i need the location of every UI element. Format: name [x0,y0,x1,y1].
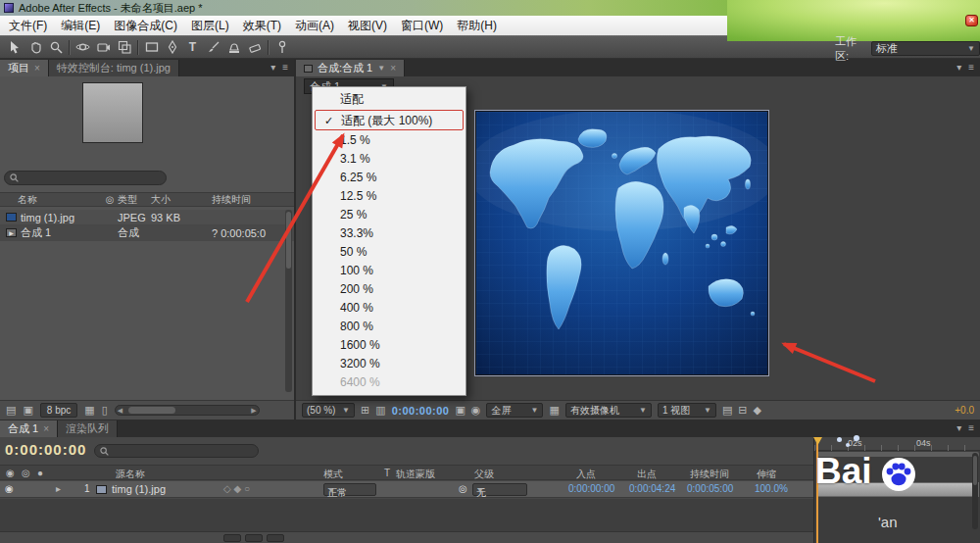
show-channel-icon[interactable]: ◉ [471,405,481,416]
tab-composition[interactable]: 合成:合成 1 ▼ × [296,60,405,76]
column-label-icon[interactable]: ◎ [102,194,118,205]
pixel-aspect-icon[interactable]: ⊟ [738,405,747,416]
layer-duration-bar[interactable] [816,482,979,497]
eye-icon[interactable]: ◉ [5,483,14,494]
brush-tool[interactable] [203,38,223,57]
close-icon[interactable]: × [390,63,396,74]
interpret-footage-icon[interactable]: ▤ [6,405,16,416]
toggle-switches-button[interactable] [223,534,241,542]
layer-label-chip[interactable] [96,485,107,494]
workspace-dropdown[interactable]: 标准 ▼ [871,41,980,56]
trash-icon[interactable]: ▯ [102,405,108,416]
column-type[interactable]: 类型 [118,193,151,207]
zoom-option[interactable]: 200 % [313,280,466,299]
menu-effect[interactable]: 效果(T) [236,16,288,35]
column-source-name[interactable]: 源名称 [116,468,145,481]
close-icon[interactable]: × [43,423,49,434]
video-column-icon[interactable]: ◉ [6,468,15,478]
menu-help[interactable]: 帮助(H) [450,16,504,35]
hand-tool[interactable] [24,38,45,57]
resolution-dropdown[interactable]: 全屏 ▼ [486,403,543,418]
zoom-option[interactable]: 3.1 % [313,150,466,169]
new-composition-icon[interactable]: ▦ [84,405,94,416]
zoom-option-fit-max-100[interactable]: 适配 (最大 100%) [315,110,464,130]
solo-column-icon[interactable]: ● [37,468,43,478]
snapshot-icon[interactable]: ▣ [455,405,465,416]
panel-menu-icon[interactable]: ▾ ≡ [956,422,976,433]
parent-dropdown[interactable]: 无 ▼ [472,483,527,496]
audio-column-icon[interactable]: ◎ [22,468,30,478]
layer-out-value[interactable]: 0:00:04:24 [629,483,675,494]
zoom-option[interactable]: 25 % [313,206,466,224]
close-icon[interactable]: ✕ [965,15,978,26]
menu-composition[interactable]: 图像合成(C) [107,16,184,35]
project-horizontal-scrollbar[interactable]: ◀ ▶ [115,405,260,416]
orbit-camera-tool[interactable] [73,38,93,57]
panel-menu-icon[interactable]: ▾ ≡ [270,62,290,73]
timeline-search-input[interactable] [113,446,253,457]
zoom-option[interactable]: 12.5 % [313,187,466,206]
column-in[interactable]: 入点 [576,468,596,481]
toggle-graph-button[interactable] [267,534,284,542]
column-name[interactable]: 名称 [0,193,102,207]
table-row[interactable]: ▶ 合成 1 合成 ? 0:00:05:0 [0,225,294,241]
expand-arrow-icon[interactable]: ▸ [56,483,61,494]
menu-edit[interactable]: 编辑(E) [54,16,107,35]
zoom-option[interactable]: 33.3% [313,224,466,243]
column-duration[interactable]: 持续时间 [690,468,729,481]
clone-stamp-tool[interactable] [223,38,244,57]
pan-behind-tool[interactable] [114,38,134,57]
exposure-value[interactable]: +0.0 [955,405,974,416]
layer-stretch-value[interactable]: 100.0% [755,483,788,494]
project-vertical-scrollbar[interactable] [285,210,292,392]
parent-pickwhip-icon[interactable]: ◎ [459,483,467,494]
blend-mode-dropdown[interactable]: 正常 ▼ [323,483,376,496]
zoom-option[interactable]: 3200 % [313,355,466,373]
timeline-current-time[interactable]: 0:00:00:00 [5,441,86,458]
panel-menu-icon[interactable]: ▾ ≡ [956,62,976,73]
puppet-pin-tool[interactable] [271,38,292,57]
menu-view[interactable]: 视图(V) [341,16,394,35]
zoom-option[interactable]: 1.5 % [313,131,466,150]
zoom-tool[interactable] [45,38,66,57]
column-stretch[interactable]: 伸缩 [757,468,776,481]
camera-tool[interactable] [93,38,114,57]
menu-file[interactable]: 文件(F) [2,16,54,35]
grid-guides-icon[interactable]: ⊞ [361,405,369,416]
project-search-input[interactable] [23,173,161,183]
tab-timeline-comp[interactable]: 合成 1 × [0,420,58,437]
close-icon[interactable]: × [34,63,40,74]
timeline-vertical-scrollbar[interactable] [972,453,978,529]
zoom-option[interactable]: 50 % [313,243,466,262]
selection-tool[interactable] [4,38,24,57]
column-parent[interactable]: 父级 [474,468,494,481]
tab-project[interactable]: 项目 × [0,60,49,76]
tab-render-queue[interactable]: 渲染队列 [58,420,118,437]
type-tool[interactable]: T [182,38,203,57]
zoom-option-fit[interactable]: 适配 [313,90,466,109]
view-layout-dropdown[interactable]: 1 视图 ▼ [658,403,716,418]
column-out[interactable]: 出点 [637,468,657,481]
layer-row[interactable]: ◉ ▸ 1 timg (1).jpg ◇ ◆ ○ 正常 ▼ ◎ 无 ▼ 0:00… [0,481,813,498]
layer-in-value[interactable]: 0:00:00:00 [568,483,614,494]
scroll-right-icon[interactable]: ▶ [251,407,256,415]
toggle-modes-button[interactable] [245,534,263,542]
project-bit-depth[interactable]: 8 bpc [40,403,77,418]
work-area-bar[interactable] [816,452,979,457]
column-trkmat[interactable]: 轨道蒙版 [396,468,435,481]
camera-dropdown[interactable]: 有效摄像机 ▼ [565,403,652,418]
column-size[interactable]: 大小 [151,193,212,207]
column-duration[interactable]: 持续时间 [212,193,288,207]
pen-tool[interactable] [162,38,182,57]
layer-duration-value[interactable]: 0:00:05:00 [687,483,733,494]
menu-animation[interactable]: 动画(A) [288,16,341,35]
table-row[interactable]: timg (1).jpg JPEG 93 KB [0,210,294,225]
zoom-option[interactable]: 400 % [313,299,466,318]
menu-layer[interactable]: 图层(L) [184,16,236,35]
region-of-interest-icon[interactable]: ▦ [549,405,559,416]
time-ruler[interactable]: 02s 04s [814,437,980,451]
zoom-option[interactable]: 800 % [313,318,466,336]
tab-effect-controls[interactable]: 特效控制台: timg (1).jpg [49,60,179,76]
composition-viewer[interactable] [474,110,769,376]
eraser-tool[interactable] [244,38,265,57]
